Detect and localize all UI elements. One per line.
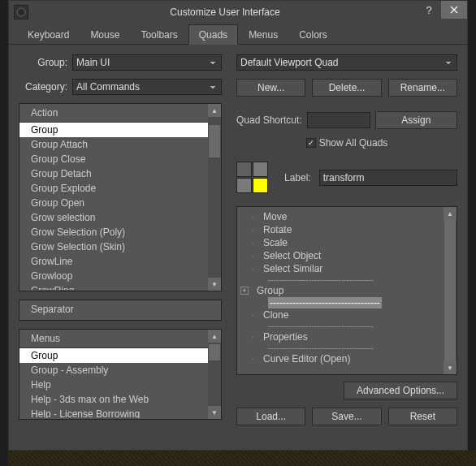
menus-header: Menus: [19, 330, 221, 348]
list-item[interactable]: Help: [19, 378, 221, 392]
save-button[interactable]: Save...: [312, 408, 381, 425]
menus-list[interactable]: Menus Group Group - Assembly Help Help -…: [19, 329, 222, 420]
shortcut-label: Quad Shortcut:: [236, 114, 302, 126]
advanced-button[interactable]: Advanced Options...: [344, 382, 457, 399]
actions-header: Action: [19, 104, 221, 123]
list-item[interactable]: Group Close: [19, 152, 221, 166]
show-all-checkbox[interactable]: ✓ Show All Quads: [306, 137, 388, 149]
group-select[interactable]: Main UI: [72, 54, 222, 71]
group-label: Group:: [19, 57, 67, 68]
list-item[interactable]: Group Open: [19, 196, 221, 210]
list-item[interactable]: Group - Assembly: [19, 363, 221, 378]
list-item[interactable]: Growloop: [19, 269, 221, 283]
swatch[interactable]: [236, 162, 252, 177]
checkbox-icon: ✓: [306, 138, 316, 148]
tree-separator[interactable]: ----------------------------------: [237, 297, 457, 309]
quad-swatches[interactable]: [236, 162, 268, 193]
separator-header: Separator: [19, 300, 221, 318]
label-label: Label:: [284, 172, 311, 183]
tree-item[interactable]: ·Rotate: [237, 223, 457, 236]
swatch[interactable]: [253, 162, 268, 177]
svg-point-0: [17, 8, 25, 16]
tree-item[interactable]: ·Scale: [237, 236, 457, 249]
list-item[interactable]: GrowLine: [19, 254, 221, 269]
list-item[interactable]: Group Explode: [19, 181, 221, 196]
reset-button[interactable]: Reset: [388, 408, 457, 425]
list-item[interactable]: Group Attach: [19, 137, 221, 152]
delete-button[interactable]: Delete...: [312, 79, 381, 97]
list-item[interactable]: Grow Selection (Poly): [19, 225, 221, 239]
load-button[interactable]: Load...: [236, 408, 305, 425]
list-item[interactable]: Group: [19, 123, 221, 137]
separator-box[interactable]: Separator: [19, 300, 222, 321]
tab-mouse[interactable]: Mouse: [80, 24, 130, 44]
scrollbar[interactable]: ▲▼: [208, 330, 221, 419]
tree-item[interactable]: ·Clone: [237, 309, 457, 321]
tab-toolbars[interactable]: Toolbars: [130, 24, 188, 44]
list-item[interactable]: Grow selection: [19, 210, 221, 225]
category-label: Category:: [19, 81, 67, 93]
swatch[interactable]: [236, 178, 252, 193]
quad-tree[interactable]: ·Move ·Rotate ·Scale ·Select Object ·Sel…: [236, 206, 457, 375]
swatch[interactable]: [253, 178, 268, 193]
tab-bar: Keyboard Mouse Toolbars Quads Menus Colo…: [9, 24, 467, 45]
actions-list[interactable]: Action Group Group Attach Group Close Gr…: [19, 103, 222, 291]
tab-colors[interactable]: Colors: [288, 24, 338, 44]
tab-menus[interactable]: Menus: [238, 24, 288, 44]
tab-keyboard[interactable]: Keyboard: [17, 24, 80, 44]
background-viewport: [8, 451, 476, 466]
scrollbar[interactable]: ▲▼: [208, 104, 221, 291]
tree-separator: ---------------------------------------: [237, 343, 457, 352]
window-title: Customize User Interface: [33, 6, 417, 18]
list-item[interactable]: GrowRing: [19, 283, 221, 290]
expand-icon[interactable]: +: [240, 287, 249, 295]
list-item[interactable]: Group Detach: [19, 166, 221, 181]
list-item[interactable]: Help - 3ds max on the Web: [19, 392, 221, 407]
close-button[interactable]: [441, 1, 467, 19]
list-item[interactable]: Group: [19, 348, 221, 363]
tree-separator: ---------------------------------------: [237, 321, 457, 330]
rename-button[interactable]: Rename...: [388, 79, 457, 97]
assign-button[interactable]: Assign: [375, 111, 457, 129]
tree-item[interactable]: ·Properties: [237, 330, 457, 343]
category-select[interactable]: All Commands: [72, 79, 222, 95]
help-button[interactable]: ?: [418, 1, 440, 19]
tab-quads[interactable]: Quads: [188, 24, 238, 45]
tree-item[interactable]: ·Select Similar: [237, 262, 457, 275]
list-item[interactable]: Grow Selection (Skin): [19, 239, 221, 254]
quad-select[interactable]: Default Viewport Quad: [236, 54, 457, 71]
list-item[interactable]: Help - License Borrowing: [19, 407, 221, 418]
label-input[interactable]: [319, 170, 457, 186]
tree-item[interactable]: ·Select Object: [237, 249, 457, 262]
shortcut-input[interactable]: [307, 112, 370, 128]
tree-item-group[interactable]: +Group: [237, 284, 457, 297]
tree-item[interactable]: ·Move: [237, 210, 457, 223]
scrollbar[interactable]: ▲▼: [444, 207, 457, 374]
tree-item[interactable]: ·Curve Editor (Open): [237, 352, 457, 365]
tree-separator: ---------------------------------------: [237, 275, 457, 284]
app-icon: [14, 5, 28, 19]
new-button[interactable]: New...: [236, 79, 305, 97]
